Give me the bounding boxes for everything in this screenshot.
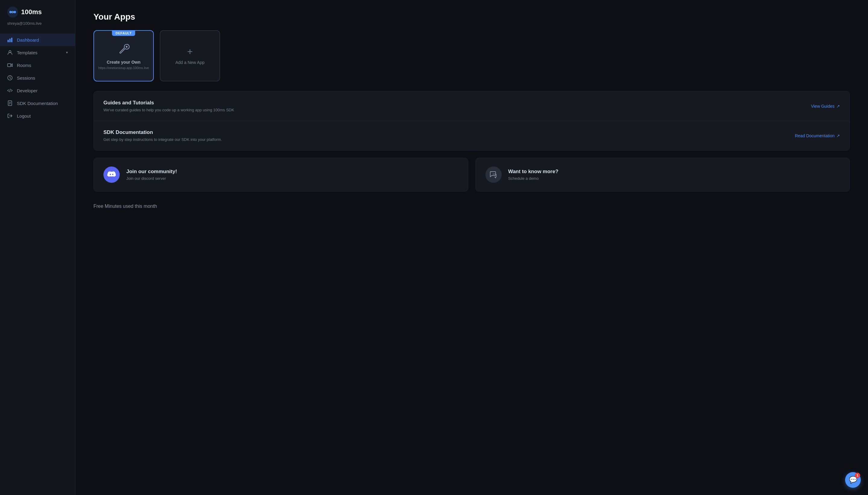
sidebar-user-email: shreya@100ms.live	[0, 20, 75, 31]
discord-icon	[103, 167, 120, 183]
sidebar-nav: Dashboard Templates ▾ Rooms	[0, 31, 75, 495]
sidebar-item-sdk-docs[interactable]: SDK Documentation	[0, 97, 75, 109]
sidebar: 100ms shreya@100ms.live Dashboard	[0, 0, 75, 495]
discord-title: Join our community!	[126, 169, 177, 175]
video-icon	[7, 63, 13, 68]
guides-row: Guides and Tutorials We've curated guide…	[94, 91, 850, 121]
sdk-docs-row: SDK Documentation Get step by step instr…	[94, 121, 850, 150]
svg-point-2	[14, 11, 16, 13]
brand-logo-icon	[7, 7, 18, 17]
add-new-app-card[interactable]: + Add a New App	[160, 30, 220, 82]
apps-grid: DEFAULT Create your Own https://onetonso…	[93, 30, 850, 82]
discord-community-card[interactable]: Join our community! Join our discord ser…	[93, 158, 468, 191]
svg-point-13	[126, 46, 127, 48]
community-grid: Join our community! Join our discord ser…	[93, 158, 850, 191]
sidebar-item-sessions[interactable]: Sessions	[0, 71, 75, 84]
sidebar-logo: 100ms	[0, 0, 75, 20]
page-title: Your Apps	[93, 12, 850, 22]
guides-title: Guides and Tutorials	[103, 100, 234, 106]
free-minutes-title: Free Minutes used this month	[93, 204, 850, 209]
sessions-label: Sessions	[17, 75, 35, 81]
chart-icon	[7, 37, 13, 42]
svg-point-0	[7, 7, 18, 17]
view-guides-link[interactable]: View Guides ↗	[811, 104, 840, 108]
main-content: Your Apps DEFAULT Create your Own https:…	[75, 0, 868, 495]
svg-rect-4	[10, 39, 11, 42]
add-app-label: Add a New App	[176, 60, 205, 65]
app-card-title: Create your Own	[107, 60, 141, 65]
person-icon	[7, 50, 13, 55]
svg-rect-7	[7, 64, 11, 67]
svg-rect-3	[7, 40, 9, 42]
sidebar-item-dashboard[interactable]: Dashboard	[0, 33, 75, 46]
logout-label: Logout	[17, 114, 31, 119]
svg-point-1	[10, 11, 12, 13]
sdk-docs-label: SDK Documentation	[17, 101, 58, 106]
read-documentation-link[interactable]: Read Documentation ↗	[795, 133, 840, 138]
chat-button[interactable]: 💬 1	[845, 472, 861, 488]
default-badge: DEFAULT	[112, 31, 135, 36]
chevron-down-icon: ▾	[66, 50, 68, 55]
chat-badge: 1	[855, 473, 860, 478]
app-card-url: https://onetonsoup.app.100ms.live	[95, 66, 152, 70]
default-app-card[interactable]: DEFAULT Create your Own https://onetonso…	[93, 30, 154, 82]
wrench-icon	[118, 42, 130, 57]
sdk-docs-title: SDK Documentation	[103, 130, 222, 135]
sdk-docs-description: Get step by step instructions to integra…	[103, 137, 222, 142]
sdk-docs-info: SDK Documentation Get step by step instr…	[103, 130, 222, 142]
demo-card[interactable]: Want to know more? Schedule a demo	[476, 158, 850, 191]
sidebar-item-templates[interactable]: Templates ▾	[0, 46, 75, 59]
demo-subtitle: Schedule a demo	[508, 176, 559, 181]
logout-icon	[7, 113, 13, 119]
dashboard-label: Dashboard	[17, 37, 39, 42]
templates-label: Templates	[17, 50, 37, 55]
read-documentation-label: Read Documentation	[795, 133, 834, 138]
brand-logo-text: 100ms	[21, 8, 42, 16]
external-link-icon-2: ↗	[836, 133, 840, 138]
clock-icon	[7, 75, 13, 81]
code-icon	[7, 88, 13, 93]
demo-title: Want to know more?	[508, 169, 559, 175]
sidebar-item-developer[interactable]: Developer	[0, 84, 75, 97]
sidebar-item-rooms[interactable]: Rooms	[0, 59, 75, 71]
doc-icon	[7, 100, 13, 106]
guides-sdk-section: Guides and Tutorials We've curated guide…	[93, 91, 850, 151]
svg-rect-5	[11, 38, 12, 42]
demo-card-text: Want to know more? Schedule a demo	[508, 169, 559, 181]
guides-description: We've curated guides to help you code up…	[103, 108, 234, 112]
discord-subtitle: Join our discord server	[126, 176, 177, 181]
discord-card-text: Join our community! Join our discord ser…	[126, 169, 177, 181]
sidebar-item-logout[interactable]: Logout	[0, 109, 75, 122]
guides-info: Guides and Tutorials We've curated guide…	[103, 100, 234, 112]
plus-icon: +	[187, 47, 193, 56]
chat-demo-icon	[485, 167, 502, 183]
developer-label: Developer	[17, 88, 37, 93]
external-link-icon: ↗	[836, 104, 840, 108]
rooms-label: Rooms	[17, 63, 31, 68]
view-guides-label: View Guides	[811, 104, 834, 108]
